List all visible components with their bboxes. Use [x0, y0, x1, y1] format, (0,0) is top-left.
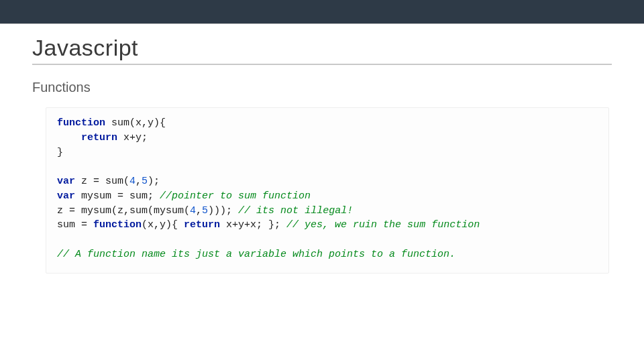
- indent: [57, 132, 81, 143]
- kw-return: return: [81, 132, 117, 143]
- comment-ruin: // yes, we ruin the sum function: [286, 219, 480, 231]
- num-5a: 5: [142, 176, 148, 187]
- page-title: Javascript: [32, 35, 612, 65]
- comma-a: ,: [136, 176, 142, 187]
- comment-final: // A function name its just a variable w…: [57, 249, 455, 260]
- sum-reassign-a: sum =: [57, 219, 93, 231]
- fn-def-ret-expr: x+y;: [117, 132, 148, 143]
- sum-reassign-b: (x,y){: [142, 219, 184, 231]
- zcall-b: )));: [208, 205, 238, 217]
- kw-var-2: var: [57, 190, 75, 202]
- kw-function-2: function: [93, 219, 142, 231]
- slide-content: Javascript Functions function sum(x,y){ …: [0, 24, 644, 274]
- fn-def-sig: sum(x,y){: [105, 117, 166, 129]
- kw-return-2: return: [184, 219, 220, 231]
- comma-b: ,: [196, 205, 202, 217]
- z-decl-suffix: );: [148, 176, 160, 187]
- z-decl-prefix: z = sum(: [75, 176, 129, 187]
- zcall-a: z = mysum(z,sum(mysum(: [57, 205, 190, 217]
- section-subtitle: Functions: [32, 80, 612, 95]
- kw-function: function: [57, 117, 105, 129]
- sum-reassign-c: x+y+x; };: [220, 219, 286, 231]
- fn-def-close: }: [57, 147, 63, 158]
- code-block: function sum(x,y){ return x+y; } var z =…: [46, 107, 609, 274]
- slide-header-bar: [0, 0, 644, 24]
- kw-var: var: [57, 176, 75, 187]
- num-5b: 5: [202, 205, 208, 217]
- mysum-decl: mysum = sum;: [75, 190, 160, 202]
- comment-pointer: //pointer to sum function: [160, 190, 311, 202]
- num-4b: 4: [190, 205, 196, 217]
- comment-illegal: // its not illegal!: [238, 205, 353, 217]
- num-4a: 4: [129, 176, 136, 187]
